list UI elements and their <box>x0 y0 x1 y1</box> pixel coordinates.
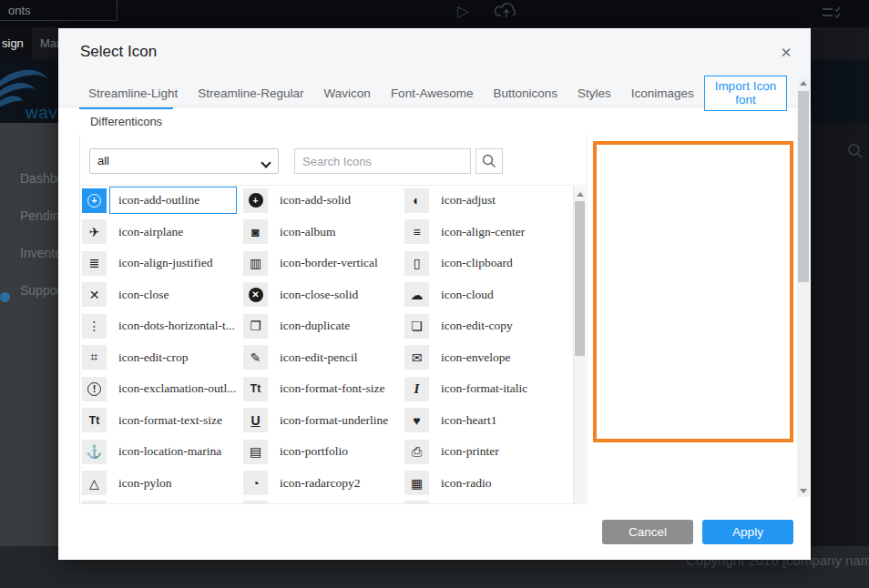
tab-iconimages[interactable]: Iconimages <box>621 86 704 100</box>
icon-partial-row <box>404 501 429 504</box>
icon-label: icon-format-underline <box>280 413 388 428</box>
cloud-upload-icon[interactable] <box>495 1 518 21</box>
icon-item-icon-format-text-size[interactable]: Tticon-format-text-size <box>82 407 243 434</box>
tab-font-awesome[interactable]: Font-Awesome <box>381 86 484 100</box>
icon-item-icon-heart1[interactable]: ♥icon-heart1 <box>404 407 566 434</box>
icon-item-icon-dots-horizontal-t[interactable]: ⋮icon-dots-horizontal-t... <box>82 312 243 340</box>
glyph: ☁ <box>411 288 424 302</box>
tab-buttonicons[interactable]: Buttonicons <box>483 86 567 100</box>
icon-item-icon-align-center[interactable]: ≡icon-align-center <box>404 218 566 246</box>
import-icon-font-button[interactable]: Import Icon font <box>704 76 787 111</box>
icon-printer-icon: ⎙ <box>404 440 429 464</box>
icon-airplane-icon: ✈ <box>82 219 107 244</box>
icon-item-icon-adjust[interactable]: ◐icon-adjust <box>404 187 566 214</box>
icon-item-icon-portfolio[interactable]: ▤icon-portfolio <box>243 438 404 465</box>
scroll-up-icon[interactable] <box>577 192 584 197</box>
icon-item-icon-cloud[interactable]: ☁icon-cloud <box>404 281 566 309</box>
select-icon-modal: Select Icon ✕ Streamline-LightStreamline… <box>58 28 811 560</box>
icon-add-outline-icon: + <box>82 188 107 213</box>
icon-item-icon-border-vertical[interactable]: ▥icon-border-vertical <box>243 249 404 277</box>
icon-item-icon-pylon[interactable]: △icon-pylon <box>82 470 243 497</box>
icon-label: icon-radio <box>441 476 491 491</box>
icon-partial-row <box>82 501 107 504</box>
modal-scrollbar[interactable] <box>797 77 810 497</box>
icon-pylon-icon: △ <box>82 471 107 495</box>
search-button[interactable] <box>475 148 503 174</box>
tab-differenticons[interactable]: Differenticons <box>79 107 173 135</box>
header-search-icon[interactable] <box>847 143 864 159</box>
sidebar-item-invento[interactable]: Invento <box>20 246 62 260</box>
icon-adjust-icon: ◐ <box>404 188 429 213</box>
icon-close-solid-icon: ✕ <box>243 282 268 307</box>
icon-item-icon-format-font-size[interactable]: Tticon-format-font-size <box>243 375 404 402</box>
icon-album-icon: ◙ <box>243 219 268 244</box>
icon-label: icon-location-marina <box>118 444 221 459</box>
icon-item-icon-format-underline[interactable]: Uicon-format-underline <box>243 407 404 434</box>
glyph: ⎙ <box>412 444 422 460</box>
glyph: ❐ <box>250 319 261 333</box>
category-select[interactable]: all <box>89 148 279 174</box>
icon-label: icon-format-text-size <box>118 413 222 428</box>
apply-button[interactable]: Apply <box>702 520 793 544</box>
fonts-dropdown[interactable]: onts <box>0 0 118 21</box>
icon-label: icon-heart1 <box>441 413 496 428</box>
icon-item-icon-album[interactable]: ◙icon-album <box>243 218 404 246</box>
icon-item-icon-radio[interactable]: ▦icon-radio <box>404 470 566 497</box>
icon-item-icon-location-marina[interactable]: ⚓icon-location-marina <box>82 438 243 465</box>
glyph: ! <box>87 382 101 396</box>
icon-item-icon-close-solid[interactable]: ✕icon-close-solid <box>243 281 404 309</box>
scroll-down-icon[interactable] <box>800 489 807 493</box>
glyph: ⌗ <box>91 350 98 365</box>
glyph: U <box>250 413 260 428</box>
icon-item-icon-edit-pencil[interactable]: ✎icon-edit-pencil <box>243 344 404 371</box>
play-icon[interactable]: ▷ <box>457 2 469 21</box>
icon-item-icon-align-justified[interactable]: ≣icon-align-justified <box>82 249 243 277</box>
glyph: ≡ <box>413 225 420 239</box>
icon-item-icon-exclamation-outl[interactable]: !icon-exclamation-outl... <box>82 375 243 402</box>
icon-item-icon-radarcopy2[interactable]: ◔icon-radarcopy2 <box>243 470 404 497</box>
modal-scroll-thumb[interactable] <box>798 91 809 282</box>
icon-format-underline-icon: U <box>243 408 268 432</box>
icon-label: icon-align-justified <box>118 256 212 270</box>
icon-item-icon-edit-copy[interactable]: ❏icon-edit-copy <box>404 312 566 340</box>
checklist-icon[interactable] <box>822 5 842 20</box>
icon-label: icon-printer <box>441 444 499 459</box>
icon-item-icon-close[interactable]: ✕icon-close <box>82 281 243 309</box>
icon-item-icon-printer[interactable]: ⎙icon-printer <box>404 438 566 465</box>
tab-streamline-regular[interactable]: Streamline-Regular <box>188 86 313 100</box>
icon-item-icon-format-italic[interactable]: Iicon-format-italic <box>404 375 566 402</box>
icon-item-icon-add-solid[interactable]: +icon-add-solid <box>243 187 404 214</box>
icon-label: icon-align-center <box>441 225 525 239</box>
cancel-button[interactable]: Cancel <box>602 520 693 544</box>
icon-label: icon-close-solid <box>280 288 358 302</box>
icon-edit-copy-icon: ❏ <box>404 314 429 339</box>
glyph: ✉ <box>412 350 423 365</box>
tab-design[interactable]: sign <box>0 27 32 59</box>
search-input[interactable] <box>294 148 471 174</box>
glyph: ◐ <box>413 193 420 208</box>
list-scrollbar[interactable] <box>573 187 586 503</box>
icon-cloud-icon: ☁ <box>404 282 429 307</box>
icon-item-icon-duplicate[interactable]: ❐icon-duplicate <box>243 312 404 340</box>
icon-list-panel: all +icon-add-outline✈icon-airplane≣icon… <box>79 135 588 504</box>
tab-styles[interactable]: Styles <box>567 86 621 100</box>
glyph: I <box>414 381 420 397</box>
icon-radio-icon: ▦ <box>404 471 429 495</box>
tab-wavicon[interactable]: Wavicon <box>314 86 381 100</box>
glyph: △ <box>89 476 99 491</box>
scroll-up-icon[interactable] <box>800 81 807 86</box>
icon-duplicate-icon: ❐ <box>243 314 268 339</box>
icon-format-italic-icon: I <box>404 377 429 401</box>
icon-item-icon-add-outline[interactable]: +icon-add-outline <box>82 187 243 214</box>
icon-format-text-size-icon: Tt <box>82 408 107 432</box>
icon-item-icon-airplane[interactable]: ✈icon-airplane <box>82 218 243 246</box>
tab-streamline-light[interactable]: Streamline-Light <box>78 86 188 100</box>
icon-item-icon-edit-crop[interactable]: ⌗icon-edit-crop <box>82 344 243 371</box>
close-icon[interactable]: ✕ <box>777 44 795 62</box>
icon-item-icon-envelope[interactable]: ✉icon-envelope <box>404 344 566 371</box>
icon-item-icon-clipboard[interactable]: ▯icon-clipboard <box>404 249 566 277</box>
glyph: Tt <box>250 382 261 395</box>
icon-label: icon-edit-pencil <box>280 350 357 365</box>
list-scroll-thumb[interactable] <box>575 201 585 356</box>
icon-align-justified-icon: ≣ <box>82 251 107 276</box>
